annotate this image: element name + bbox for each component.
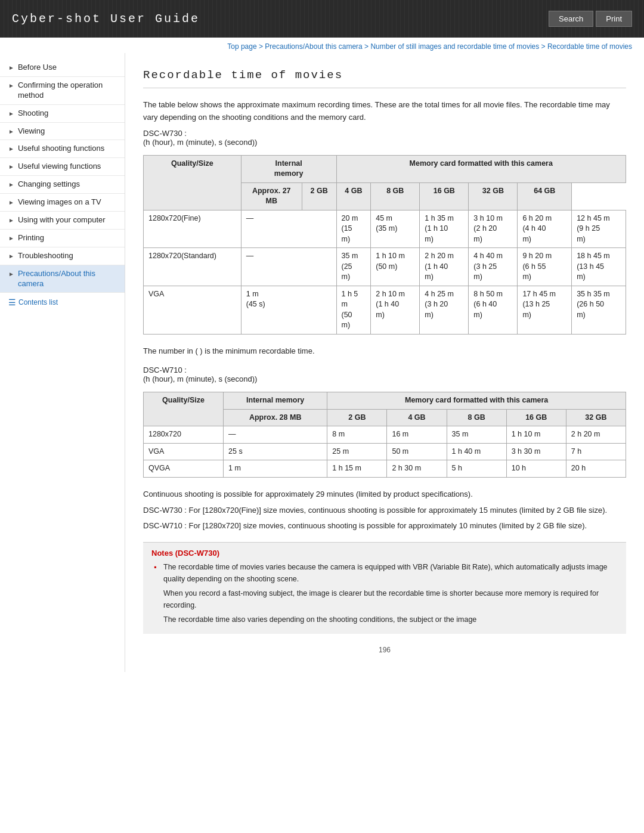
sidebar-label: Using with your computer (18, 215, 106, 225)
contents-list-link[interactable]: ☰ Contents list (0, 293, 125, 312)
note-item-3: The recordable time also varies dependin… (151, 614, 618, 625)
table-row: 1280x720(Fine) — 20 m(15m) 45 m(35 m) 1 … (144, 210, 626, 248)
sidebar-item-troubleshooting[interactable]: ► Troubleshooting (0, 247, 125, 265)
arrow-icon: ► (8, 82, 14, 89)
th-16gb2: 16 GB (506, 409, 566, 426)
th-2gb2: 2 GB (327, 409, 387, 426)
note-item-1: The recordable time of movies varies bec… (151, 561, 618, 585)
data-cell: 3 h 30 m (506, 443, 566, 460)
sidebar-item-confirming[interactable]: ► Confirming the operation method (0, 77, 125, 105)
notes-box: Notes (DSC-W730) The recordable time of … (143, 542, 626, 634)
internal-cell: 25 s (224, 443, 327, 460)
th-32gb2: 32 GB (566, 409, 626, 426)
print-button[interactable]: Print (596, 11, 632, 27)
data-cell: 1 h 35 m(1 h 10m) (420, 210, 469, 248)
internal-cell: 1 m (224, 460, 327, 478)
arrow-icon: ► (8, 145, 14, 153)
quality-cell: VGA (144, 286, 242, 334)
dsc-w710-unit: (h (hour), m (minute), s (second)) (143, 374, 626, 383)
breadcrumb: Top page > Precautions/About this camera… (0, 38, 644, 53)
sidebar-item-changing-settings[interactable]: ► Changing settings (0, 176, 125, 194)
arrow-icon: ► (8, 199, 14, 206)
continuous-note3: DSC-W710 : For [1280x720] size movies, c… (143, 520, 626, 532)
continuous-note2: DSC-W730 : For [1280x720(Fine)] size mov… (143, 504, 626, 517)
table-row: 1280x720(Standard) — 35 m(25m) 1 h 10 m(… (144, 248, 626, 286)
arrow-icon: ► (8, 234, 14, 242)
th-2gb: 2 GB (302, 182, 336, 210)
data-cell: 35 m(25m) (336, 248, 371, 286)
arrow-icon: ► (8, 252, 14, 260)
sidebar-label: Troubleshooting (18, 251, 73, 261)
arrow-icon: ► (8, 128, 14, 135)
data-cell: 2 h 20 m(1 h 40m) (420, 248, 469, 286)
breadcrumb-precautions[interactable]: Precautions/About this camera (265, 42, 362, 51)
sidebar-item-precautions[interactable]: ► Precautions/About this camera (0, 265, 125, 293)
notes-title: Notes (DSC-W730) (151, 549, 618, 558)
page-title: Recordable time of movies (143, 69, 626, 88)
data-cell: 1 h 40 m (447, 443, 506, 460)
note-item-2: When you record a fast-moving subject, t… (151, 587, 618, 611)
data-cell: 1 h 10 m(50 m) (371, 248, 420, 286)
arrow-icon: ► (8, 270, 14, 278)
data-cell: 1 h 15 m (327, 460, 387, 478)
th-8gb: 8 GB (371, 182, 420, 210)
continuous-note1: Continuous shooting is possible for appr… (143, 488, 626, 501)
data-cell: 16 m (387, 426, 447, 444)
sidebar-item-computer[interactable]: ► Using with your computer (0, 212, 125, 230)
data-cell: 5 h (447, 460, 506, 478)
sidebar-item-useful-shooting[interactable]: ► Useful shooting functions (0, 140, 125, 158)
internal-cell: 1 m(45 s) (241, 286, 336, 334)
th-32gb: 32 GB (469, 182, 518, 210)
data-cell: 25 m (327, 443, 387, 460)
dsc-w730-unit: (h (hour), m (minute), s (second)) (143, 138, 626, 147)
th-8gb2: 8 GB (447, 409, 506, 426)
sidebar-item-before-use[interactable]: ► Before Use (0, 59, 125, 77)
data-cell: 17 h 45 m(13 h 25m) (518, 286, 572, 334)
sidebar-item-printing[interactable]: ► Printing (0, 230, 125, 247)
th-approx27: Approx. 27MB (241, 182, 302, 210)
list-icon: ☰ (8, 298, 16, 307)
table-row: VGA 1 m(45 s) 1 h 5m(50m) 2 h 10 m(1 h 4… (144, 286, 626, 334)
sidebar-label: Useful shooting functions (18, 144, 104, 154)
footnote1: The number in ( ) is the minimum recorda… (143, 345, 626, 358)
data-cell: 2 h 10 m(1 h 40m) (371, 286, 420, 334)
breadcrumb-top[interactable]: Top page (227, 42, 256, 51)
breadcrumb-recordable[interactable]: Recordable time of movies (547, 42, 632, 51)
header-buttons: Search Print (549, 11, 632, 27)
data-cell: 4 h 25 m(3 h 20m) (420, 286, 469, 334)
sidebar-item-viewing[interactable]: ► Viewing (0, 123, 125, 141)
th-approx28: Approx. 28 MB (224, 409, 327, 426)
table-w730: Quality/Size Internalmemory Memory card … (143, 155, 626, 335)
sidebar-label: Useful viewing functions (18, 162, 101, 172)
data-cell: 10 h (506, 460, 566, 478)
th-internal-memory2: Internal memory (224, 392, 327, 410)
sidebar-item-useful-viewing[interactable]: ► Useful viewing functions (0, 158, 125, 176)
th-memory-card: Memory card formatted with this camera (336, 155, 626, 182)
sidebar-label: Viewing (18, 126, 45, 137)
data-cell: 2 h 20 m (566, 426, 626, 444)
internal-cell: — (224, 426, 327, 444)
th-memory-card2: Memory card formatted with this camera (327, 392, 626, 410)
data-cell: 20 h (566, 460, 626, 478)
search-button[interactable]: Search (549, 11, 593, 27)
breadcrumb-number[interactable]: Number of still images and recordable ti… (370, 42, 539, 51)
main-content: Recordable time of movies The table belo… (125, 53, 644, 672)
sidebar-label: Printing (18, 233, 44, 243)
header: Cyber-shot User Guide Search Print (0, 0, 644, 38)
main-layout: ► Before Use ► Confirming the operation … (0, 53, 644, 672)
dsc-w710-label: DSC-W710 : (143, 366, 626, 374)
sidebar-item-viewing-tv[interactable]: ► Viewing images on a TV (0, 194, 125, 212)
th-4gb2: 4 GB (387, 409, 447, 426)
arrow-icon: ► (8, 163, 14, 171)
sidebar-label: Confirming the operation method (18, 80, 119, 101)
sidebar-label: Precautions/About this camera (18, 269, 119, 289)
sidebar-label: Changing settings (18, 179, 80, 190)
th-internal-memory: Internalmemory (241, 155, 336, 182)
sidebar-item-shooting[interactable]: ► Shooting (0, 105, 125, 123)
arrow-icon: ► (8, 181, 14, 188)
data-cell: 18 h 45 m(13 h 45m) (572, 248, 626, 286)
quality-cell: 1280x720(Standard) (144, 248, 242, 286)
th-64gb: 64 GB (518, 182, 572, 210)
data-cell: 1 h 10 m (506, 426, 566, 444)
dsc-w730-label: DSC-W730 : (143, 129, 626, 138)
